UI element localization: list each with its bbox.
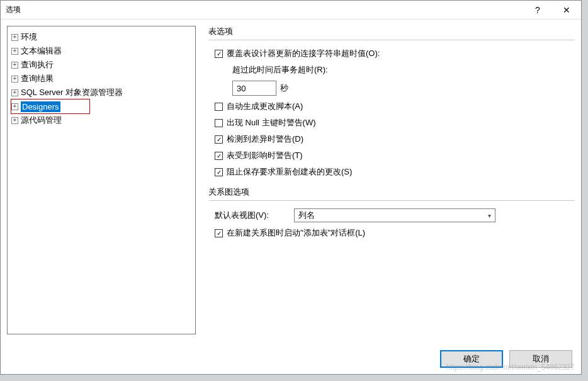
tree-item-texteditor[interactable]: + 文本编辑器	[9, 44, 194, 58]
plus-icon[interactable]: +	[11, 76, 18, 82]
ok-button[interactable]: 确定	[440, 350, 503, 368]
plus-icon[interactable]: +	[11, 48, 18, 55]
checkbox-icon[interactable]	[215, 103, 223, 111]
category-tree[interactable]: + 环境 + 文本编辑器 + 查询执行 + 查询结果 + SQL Server …	[7, 26, 196, 334]
preventsave-row[interactable]: 阻止保存要求重新创建表的更改(S)	[215, 166, 575, 178]
option-label: 表受到影响时警告(T)	[227, 150, 303, 161]
default-view-row: 默认表视图(V): 列名 ▾	[215, 208, 575, 222]
tree-label: Designers	[21, 101, 60, 112]
checkbox-icon[interactable]	[215, 229, 223, 237]
decoration	[582, 0, 588, 381]
checkbox-icon[interactable]	[215, 152, 223, 160]
plus-icon[interactable]: +	[11, 34, 18, 41]
option-label: 在新建关系图时启动"添加表"对话框(L)	[227, 227, 365, 239]
timeout-unit: 秒	[280, 82, 288, 94]
diagram-options-group: 关系图选项 默认表视图(V): 列名 ▾ 在新建关系图时启动"添加表"对话框(L…	[208, 186, 575, 239]
button-label: 取消	[533, 353, 549, 365]
option-label: 出现 Null 主键时警告(W)	[227, 117, 316, 128]
option-label: 覆盖表设计器更新的连接字符串超时值(O):	[227, 48, 380, 59]
tree-item-sourcecontrol[interactable]: + 源代码管理	[9, 113, 194, 127]
tree-label: SQL Server 对象资源管理器	[21, 87, 123, 98]
tree-label: 源代码管理	[21, 115, 62, 126]
tree-label: 环境	[21, 31, 37, 43]
timeout-input[interactable]	[232, 81, 276, 96]
option-label: 自动生成更改脚本(A)	[227, 101, 303, 112]
chevron-down-icon: ▾	[488, 212, 491, 219]
option-label: 阻止保存要求重新创建表的更改(S)	[227, 166, 352, 178]
dialog-body: + 环境 + 文本编辑器 + 查询执行 + 查询结果 + SQL Server …	[1, 20, 581, 334]
tree-item-designers[interactable]: + Designers	[11, 100, 89, 113]
plus-icon[interactable]: +	[11, 103, 18, 110]
help-button[interactable]: ?	[523, 1, 552, 20]
launchadd-row[interactable]: 在新建关系图时启动"添加表"对话框(L)	[215, 227, 575, 239]
group-title: 关系图选项	[208, 186, 575, 201]
decoration	[0, 375, 588, 381]
diffwarn-row[interactable]: 检测到差异时警告(D)	[215, 134, 575, 145]
autoscript-row[interactable]: 自动生成更改脚本(A)	[215, 101, 575, 112]
tree-item-env[interactable]: + 环境	[9, 30, 194, 44]
plus-icon[interactable]: +	[11, 62, 18, 69]
close-button[interactable]: ✕	[552, 1, 581, 20]
nullwarn-row[interactable]: 出现 Null 主键时警告(W)	[215, 117, 575, 128]
option-label: 超过此时间后事务超时(R):	[232, 64, 328, 76]
option-label: 默认表视图(V):	[215, 210, 269, 221]
tree-item-queryexec[interactable]: + 查询执行	[9, 58, 194, 72]
title-bar: 选项 ? ✕	[1, 1, 581, 20]
window-title: 选项	[6, 4, 21, 15]
checkbox-icon[interactable]	[215, 50, 223, 58]
plus-icon[interactable]: +	[11, 117, 18, 124]
default-view-select[interactable]: 列名 ▾	[294, 208, 495, 222]
group-title: 表选项	[208, 26, 575, 40]
tree-label: 文本编辑器	[21, 45, 62, 57]
affectwarn-row[interactable]: 表受到影响时警告(T)	[215, 150, 575, 161]
option-label: 检测到差异时警告(D)	[227, 134, 303, 145]
tree-item-queryresult[interactable]: + 查询结果	[9, 72, 194, 86]
tree-item-smo[interactable]: + SQL Server 对象资源管理器	[9, 86, 194, 100]
cancel-button[interactable]: 取消	[509, 350, 572, 368]
tree-label: 查询结果	[21, 73, 54, 84]
select-value: 列名	[298, 210, 315, 221]
checkbox-icon[interactable]	[215, 119, 223, 127]
checkbox-icon[interactable]	[215, 135, 223, 144]
timeout-input-row: 秒	[232, 81, 575, 96]
options-panel: 表选项 覆盖表设计器更新的连接字符串超时值(O): 超过此时间后事务超时(R):…	[196, 26, 575, 334]
plus-icon[interactable]: +	[11, 89, 18, 96]
override-connection-row[interactable]: 覆盖表设计器更新的连接字符串超时值(O):	[215, 48, 575, 59]
button-label: 确定	[463, 353, 480, 365]
timeout-label-row: 超过此时间后事务超时(R):	[232, 64, 575, 76]
table-options-group: 表选项 覆盖表设计器更新的连接字符串超时值(O): 超过此时间后事务超时(R):…	[208, 26, 575, 178]
tree-label: 查询执行	[21, 59, 54, 71]
checkbox-icon[interactable]	[215, 168, 223, 176]
options-dialog: 选项 ? ✕ + 环境 + 文本编辑器 + 查询执行 + 查询结果 +	[0, 0, 582, 375]
dialog-footer: 确定 取消	[440, 350, 572, 368]
